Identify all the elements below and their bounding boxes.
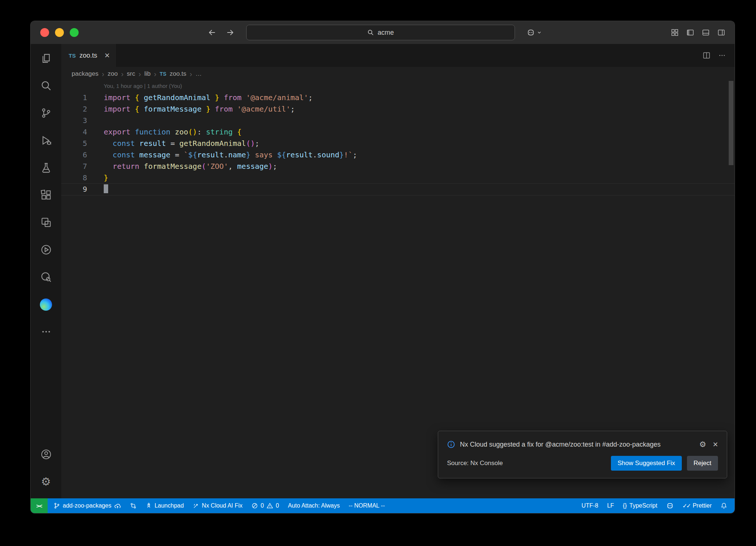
breadcrumb-separator: › [154,70,157,78]
code-line[interactable]: 1import { getRandomAnimal } from '@acme/… [61,92,735,103]
breadcrumb-item[interactable]: src [127,70,135,78]
testing-icon[interactable] [31,154,61,181]
line-content: export function zoo(): string { [87,126,241,138]
line-content [87,115,104,126]
source-control-icon[interactable] [31,99,61,127]
edge-browser-icon[interactable] [31,291,61,318]
git-branch-icon [54,502,60,509]
toggle-panel-icon[interactable] [702,29,709,36]
launchpad-status[interactable]: Launchpad [141,498,188,513]
copilot-menu[interactable] [527,28,542,37]
toggle-secondary-sidebar-icon[interactable] [718,29,725,36]
editor-scrollbar[interactable] [729,81,733,165]
main-area: ⚙ TS zoo.ts × [31,44,735,498]
notifications-status[interactable] [716,498,732,513]
eol-label: LF [607,502,614,509]
minimize-window-button[interactable] [55,28,64,37]
nx-console-status[interactable] [126,498,141,513]
vim-mode-status[interactable]: -- NORMAL -- [344,498,389,513]
tab-bar: TS zoo.ts × [61,44,735,67]
branch-indicator[interactable]: add-zoo-packages [48,498,126,513]
breadcrumb: packages › zoo › src › lib › TS zoo.ts ›… [61,67,735,81]
breadcrumb-file[interactable]: zoo.ts [169,70,186,78]
code-line[interactable]: 4export function zoo(): string { [61,126,735,138]
forward-icon[interactable] [226,28,234,37]
history-navigation [208,28,234,37]
line-number: 1 [61,92,87,103]
command-center-search[interactable]: acme [246,25,515,40]
breadcrumb-overflow[interactable]: … [196,70,202,78]
gitlens-codelens[interactable]: You, 1 hour ago | 1 author (You) [61,81,735,92]
show-suggested-fix-button[interactable]: Show Suggested Fix [611,456,682,471]
code-line[interactable]: 5 const result = getRandomAnimal(); [61,138,735,149]
remote-indicator[interactable]: >< [31,498,48,513]
double-check-icon: ✓✓ [683,502,690,509]
cloud-upload-icon [114,502,121,509]
notification-toast: Nx Cloud suggested a fix for @acme/zoo:t… [438,431,727,478]
breadcrumb-item[interactable]: lib [144,70,151,78]
breadcrumb-item[interactable]: zoo [107,70,117,78]
gear-glyph: ⚙ [41,476,51,487]
more-actions-icon[interactable] [718,52,726,59]
split-editor-icon[interactable] [703,52,710,59]
code-line[interactable]: 6 const message = `${result.name} says $… [61,149,735,161]
close-window-button[interactable] [40,28,49,37]
code-inspect-icon[interactable] [31,263,61,291]
editor-group: TS zoo.ts × packages › zoo › [61,44,735,498]
code-line[interactable]: 7 return formatMessage('ZOO', message); [61,161,735,172]
tab-label: zoo.ts [79,52,97,59]
back-icon[interactable] [208,28,216,37]
toast-footer: Source: Nx Console Show Suggested Fix Re… [447,456,718,471]
search-icon [367,29,374,36]
reject-button[interactable]: Reject [687,456,718,471]
line-number: 6 [61,149,87,161]
language-mode-status[interactable]: {} TypeScript [618,498,662,513]
account-icon[interactable] [31,441,61,468]
toast-close-icon[interactable]: × [713,440,718,449]
errors-icon [251,502,258,509]
vscode-window: acme [30,21,735,513]
zoom-window-button[interactable] [70,28,79,37]
chevron-down-icon [537,30,542,35]
breadcrumb-item[interactable]: packages [72,70,99,78]
line-content: } [87,172,108,184]
line-number: 9 [61,184,87,195]
warnings-count: 0 [276,502,279,509]
status-bar-right: UTF-8 LF {} TypeScript ✓✓ Prettier [577,498,735,513]
toast-settings-icon[interactable]: ⚙ [699,441,706,448]
formatter-status[interactable]: ✓✓ Prettier [678,498,716,513]
search-sidebar-icon[interactable] [31,72,61,99]
toast-source: Source: Nx Console [447,460,503,467]
line-number: 3 [61,115,87,126]
problems-status[interactable]: 0 0 [247,498,284,513]
line-content: const result = getRandomAnimal(); [87,138,260,149]
breadcrumb-separator: › [138,70,141,78]
toggle-primary-sidebar-icon[interactable] [687,29,694,36]
auto-attach-status[interactable]: Auto Attach: Always [284,498,344,513]
title-bar: acme [31,21,735,44]
customize-layout-icon[interactable] [671,29,678,36]
code-line[interactable]: 3 [61,115,735,126]
play-circle-icon[interactable] [31,236,61,263]
line-number: 5 [61,138,87,149]
tab-zoo-ts[interactable]: TS zoo.ts × [61,44,116,67]
more-views-icon[interactable] [31,318,61,345]
remote-explorer-icon[interactable] [31,209,61,236]
tab-close-icon[interactable]: × [104,51,110,60]
code-line[interactable]: 9 [61,183,735,195]
editor-actions [703,44,735,67]
info-icon [447,439,455,448]
typescript-file-icon: TS [160,71,166,77]
settings-gear-icon[interactable]: ⚙ [31,468,61,495]
encoding-status[interactable]: UTF-8 [577,498,602,513]
extensions-icon[interactable] [31,181,61,209]
run-debug-icon[interactable] [31,127,61,154]
eol-status[interactable]: LF [603,498,619,513]
copilot-status[interactable] [662,498,678,513]
breadcrumb-separator: › [102,70,104,78]
code-line[interactable]: 2import { formatMessage } from '@acme/ut… [61,103,735,115]
nx-cloud-ai-fix-status[interactable]: Nx Cloud AI Fix [188,498,247,513]
auto-attach-label: Auto Attach: Always [288,502,340,509]
code-line[interactable]: 8} [61,172,735,184]
explorer-icon[interactable] [31,45,61,72]
